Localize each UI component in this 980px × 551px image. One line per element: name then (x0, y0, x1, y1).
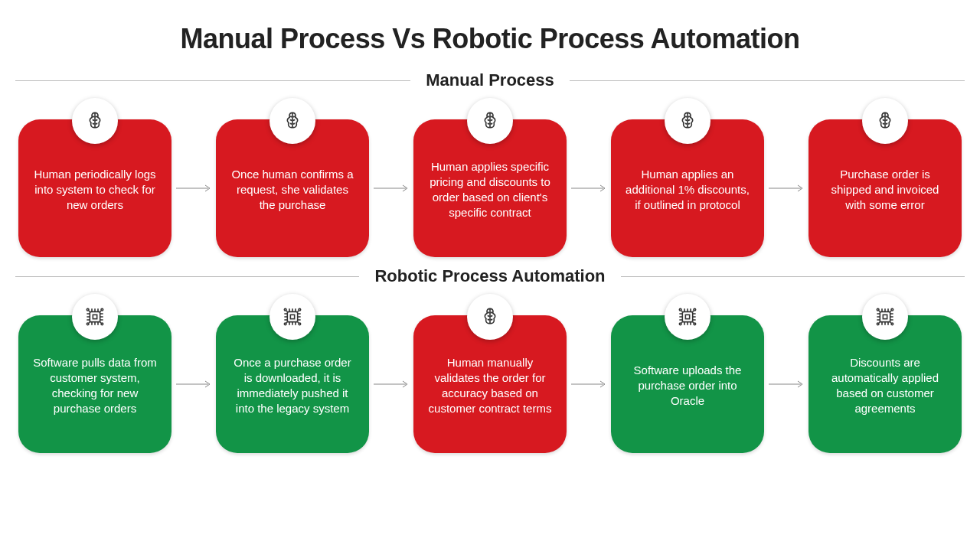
process-card-text: Human applies an additional 1% discounts… (623, 167, 752, 214)
brain-icon (862, 98, 908, 144)
process-card-text: Human periodically logs into system to c… (31, 167, 159, 214)
section-header-manual: Manual Process (15, 70, 965, 90)
section-header-rpa: Robotic Process Automation (15, 266, 965, 286)
process-card-text: Software pulls data from customer system… (31, 355, 159, 417)
chip-icon (862, 294, 908, 340)
chip-icon (665, 294, 710, 340)
divider-line (621, 276, 965, 277)
brain-icon (270, 98, 315, 144)
brain-icon (72, 98, 118, 144)
section-heading-rpa: Robotic Process Automation (374, 266, 605, 286)
flow-arrow-icon (372, 383, 410, 385)
process-step: Human periodically logs into system to c… (18, 98, 172, 257)
brain-icon (665, 98, 710, 144)
divider-line (15, 80, 410, 81)
chip-icon (72, 294, 118, 340)
process-step: Discounts are automatically applied base… (808, 294, 962, 453)
chip-icon (270, 294, 315, 340)
flow-arrow-icon (767, 187, 805, 189)
process-step: Software pulls data from customer system… (18, 294, 172, 453)
flow-arrow-icon (767, 383, 805, 385)
process-card-text: Once a purchase order is downloaded, it … (228, 355, 357, 417)
process-step: Once human confirms a request, she valid… (216, 98, 369, 257)
process-step: Purchase order is shipped and invoiced w… (808, 98, 962, 257)
process-step: Software uploads the purchase order into… (611, 294, 764, 453)
flow-arrow-icon (570, 187, 608, 189)
process-card-text: Software uploads the purchase order into… (623, 363, 752, 409)
manual-process-row: Human periodically logs into system to c… (15, 98, 965, 257)
process-card-text: Purchase order is shipped and invoiced w… (821, 167, 949, 214)
slide-title: Manual Process Vs Robotic Process Automa… (15, 23, 965, 55)
process-step: Human manually validates the order for a… (413, 294, 567, 453)
flow-arrow-icon (175, 187, 213, 189)
section-heading-manual: Manual Process (426, 70, 554, 90)
process-step: Once a purchase order is downloaded, it … (216, 294, 369, 453)
rpa-process-row: Software pulls data from customer system… (15, 294, 965, 453)
process-card-text: Human applies specific pricing and disco… (426, 159, 554, 221)
flow-arrow-icon (372, 187, 410, 189)
divider-line (570, 80, 965, 81)
process-step: Human applies an additional 1% discounts… (611, 98, 764, 257)
process-card-text: Human manually validates the order for a… (426, 355, 554, 417)
flow-arrow-icon (570, 383, 608, 385)
process-card-text: Discounts are automatically applied base… (821, 355, 949, 417)
process-card-text: Once human confirms a request, she valid… (228, 167, 357, 214)
brain-icon (467, 294, 513, 340)
process-step: Human applies specific pricing and disco… (413, 98, 567, 257)
divider-line (15, 276, 359, 277)
brain-icon (467, 98, 513, 144)
flow-arrow-icon (175, 383, 213, 385)
